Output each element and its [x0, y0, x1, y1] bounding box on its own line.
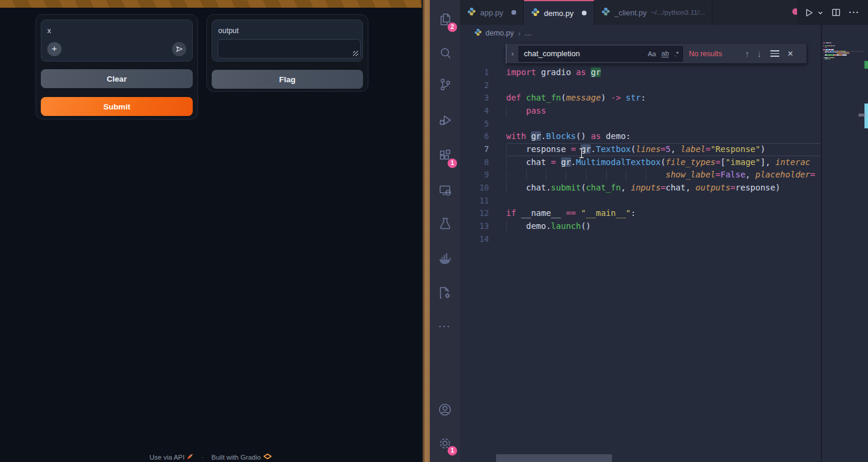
play-icon	[804, 8, 814, 18]
find-in-selection-icon[interactable]	[770, 50, 779, 57]
output-column-group: output Flag	[206, 14, 368, 92]
python-file-icon	[474, 28, 482, 38]
docker-icon[interactable]	[430, 245, 460, 272]
input-label: x	[47, 27, 51, 35]
clear-button[interactable]: Clear	[41, 69, 193, 88]
modified-dot-icon[interactable]	[582, 11, 587, 15]
explorer-badge: 2	[448, 22, 457, 32]
remote-explorer-icon[interactable]	[430, 177, 460, 204]
tab-client-py[interactable]: _client.py ~/.../python3.11/...	[594, 0, 712, 25]
tab-label: _client.py	[614, 8, 647, 17]
search-icon[interactable]	[430, 40, 460, 67]
submit-button[interactable]: Submit	[41, 97, 193, 116]
python-file-icon	[467, 7, 476, 18]
run-python-file-button[interactable]	[804, 8, 824, 18]
makefile-tools-icon[interactable]	[430, 279, 460, 306]
screen: x + Clear Submit output Flag Use vi	[0, 0, 868, 462]
horizontal-scrollbar[interactable]	[496, 454, 612, 462]
editor-pane: app.py demo.py _client.py ~/.../python3.…	[460, 0, 868, 462]
gradio-app-pane: x + Clear Submit output Flag Use vi	[0, 0, 422, 462]
gradio-logo-icon	[263, 453, 272, 461]
breadcrumb-symbol[interactable]: …	[524, 29, 532, 37]
tab-label: demo.py	[544, 9, 574, 18]
extensions-icon[interactable]: 1	[430, 142, 460, 169]
find-query-text[interactable]: chat_completion	[524, 49, 642, 58]
modified-dot-icon[interactable]	[511, 10, 516, 15]
find-expand-chevron-icon[interactable]: ›	[507, 49, 519, 58]
input-column-group: x + Clear Submit	[35, 14, 198, 119]
match-case-icon[interactable]: Aa	[647, 50, 656, 57]
breadcrumb[interactable]: demo.py › …	[460, 25, 532, 41]
minimap-divider	[821, 25, 822, 462]
attach-file-button[interactable]: +	[47, 42, 61, 56]
output-block: output	[212, 20, 363, 62]
tab-label: app.py	[480, 8, 503, 17]
breadcrumb-file[interactable]: demo.py	[485, 29, 514, 37]
run-debug-icon[interactable]	[430, 106, 460, 134]
activity-bar: 2 1 ···	[430, 0, 460, 462]
extensions-badge: 1	[448, 159, 457, 168]
find-input[interactable]: chat_completion Aa ab .*	[519, 46, 683, 62]
minimap-code[interactable]	[823, 43, 864, 62]
testing-beaker-icon[interactable]	[430, 210, 460, 237]
mouse-ibeam-cursor	[578, 148, 585, 161]
overview-ruler	[864, 0, 868, 462]
whole-word-icon[interactable]: ab	[662, 50, 669, 57]
resize-handle-icon[interactable]	[353, 51, 358, 56]
gradio-footer: Use via API · Built with Gradio	[0, 453, 422, 461]
code-lines[interactable]: import gradio as grdef chat_fn(message) …	[506, 66, 821, 245]
chevron-down-icon[interactable]	[817, 9, 824, 16]
find-close-icon[interactable]: ×	[788, 49, 793, 59]
find-widget: › chat_completion Aa ab .* No results ↑ …	[506, 44, 807, 64]
regex-icon[interactable]: .*	[674, 50, 679, 57]
footer-separator: ·	[201, 454, 203, 461]
ruler-mark-grey	[859, 114, 866, 117]
loading-stripe-bar	[0, 0, 422, 8]
ruler-mark-green	[864, 61, 868, 69]
output-textarea[interactable]	[218, 39, 361, 59]
flag-button[interactable]: Flag	[212, 70, 363, 89]
explorer-icon[interactable]: 2	[430, 6, 460, 33]
use-via-api-link[interactable]: Use via API	[150, 454, 184, 461]
breadcrumb-chevron-icon: ›	[518, 29, 520, 38]
window-divider	[422, 0, 430, 462]
more-views-icon[interactable]: ···	[430, 312, 460, 340]
paper-plane-icon	[174, 44, 184, 54]
python-file-icon	[601, 7, 610, 18]
source-control-icon[interactable]	[430, 71, 460, 98]
find-results-status: No results	[689, 50, 737, 58]
account-icon[interactable]	[430, 396, 460, 423]
multimodal-input-block[interactable]: x +	[41, 20, 193, 62]
output-label: output	[218, 27, 239, 35]
rocket-icon	[187, 453, 193, 461]
built-with-gradio-link[interactable]: Built with Gradio	[211, 454, 261, 461]
settings-gear-icon[interactable]: 1	[430, 429, 460, 457]
python-file-icon	[531, 8, 540, 19]
send-button[interactable]	[172, 42, 186, 56]
tab-path-description: ~/.../python3.11/...	[651, 9, 705, 16]
tab-demo-py[interactable]: demo.py	[524, 0, 594, 25]
gutter: 1234567891011121314	[460, 66, 492, 245]
split-editor-icon[interactable]	[831, 8, 841, 17]
find-previous-icon[interactable]: ↑	[745, 49, 750, 59]
find-next-icon[interactable]: ↓	[757, 49, 762, 59]
settings-badge: 1	[448, 446, 457, 455]
more-actions-icon[interactable]: ···	[849, 8, 860, 17]
editor-actions: ···	[797, 0, 868, 25]
tab-app-py[interactable]: app.py	[460, 0, 524, 25]
